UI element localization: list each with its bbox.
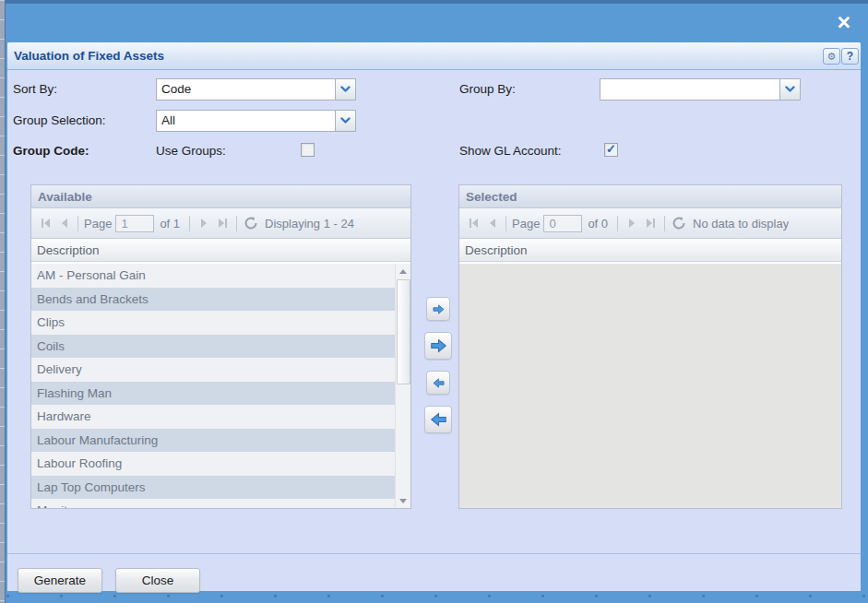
close-button[interactable]: Close	[115, 568, 200, 593]
use-groups-label: Use Groups:	[156, 144, 226, 158]
show-gl-account-checkbox[interactable]	[604, 143, 618, 157]
description-column-header[interactable]: Description	[459, 239, 841, 262]
window-frame-top	[6, 0, 868, 4]
show-gl-account-label: Show GL Account:	[459, 144, 562, 158]
available-grid-body: AM - Personal GainBends and BracketsClip…	[31, 264, 410, 508]
prev-page-icon[interactable]	[54, 213, 74, 233]
chevron-down-icon[interactable]	[335, 111, 355, 131]
arrow-left-icon	[432, 377, 446, 389]
next-page-icon[interactable]	[622, 213, 641, 233]
settings-gear-icon[interactable]: ⚙	[823, 48, 840, 65]
refresh-icon[interactable]	[669, 213, 688, 233]
scroll-up-icon[interactable]	[396, 264, 410, 278]
toolbar-separator	[236, 216, 237, 231]
group-by-label: Group By:	[459, 82, 516, 96]
selected-grid-body	[459, 264, 841, 508]
page-title: Valuation of Fixed Assets	[14, 42, 164, 69]
available-pager-toolbar: Page of 1 Displaying 1 - 24	[31, 208, 410, 239]
use-groups-checkbox[interactable]	[301, 143, 315, 157]
list-item[interactable]: Labour Manufacturing	[31, 429, 395, 453]
toolbar-separator	[189, 216, 190, 231]
arrow-right-icon	[429, 337, 448, 354]
available-panel-title: Available	[31, 185, 410, 208]
list-item[interactable]: Delivery	[31, 358, 395, 382]
help-icon[interactable]: ?	[841, 48, 859, 65]
selected-panel: Selected Page of 0	[458, 184, 842, 509]
page-label: Page	[512, 217, 540, 231]
refresh-icon[interactable]	[241, 213, 260, 233]
available-list: AM - Personal GainBends and BracketsClip…	[31, 264, 395, 508]
arrow-right-icon	[432, 303, 446, 315]
page-of-label: of 0	[588, 217, 608, 231]
selected-pager-toolbar: Page of 0 No data to display	[459, 208, 841, 239]
selected-panel-title: Selected	[459, 185, 841, 208]
selected-list	[459, 264, 841, 508]
scrollbar-thumb[interactable]	[397, 279, 410, 384]
group-selection-combo[interactable]: All	[156, 110, 356, 132]
group-code-label: Group Code:	[13, 144, 89, 158]
list-item[interactable]: Clips	[31, 311, 395, 335]
list-item[interactable]: Labour Roofing	[31, 452, 395, 476]
first-page-icon[interactable]	[463, 213, 482, 233]
sort-by-combo[interactable]: Code	[156, 78, 356, 100]
page-number-input[interactable]	[543, 215, 582, 232]
first-page-icon[interactable]	[35, 213, 54, 233]
display-status: No data to display	[693, 217, 789, 231]
chevron-down-icon[interactable]	[779, 79, 800, 100]
move-all-left-button[interactable]	[424, 406, 452, 433]
list-item[interactable]: Flashing Man	[31, 382, 395, 406]
background-page-sliver	[0, 0, 6, 603]
toolbar-separator	[664, 216, 665, 231]
next-page-icon[interactable]	[194, 213, 213, 233]
list-item[interactable]: Coils	[31, 335, 395, 359]
toolbar-separator	[617, 216, 618, 231]
scroll-down-icon[interactable]	[396, 493, 410, 508]
list-item[interactable]: Lap Top Computers	[31, 476, 395, 500]
group-selection-label: Group Selection:	[13, 113, 106, 127]
close-icon[interactable]: ×	[837, 11, 850, 34]
sort-by-label: Sort By:	[13, 82, 57, 96]
vertical-scrollbar[interactable]	[395, 264, 410, 508]
group-selection-value: All	[161, 111, 333, 131]
available-panel: Available Page of 1	[30, 184, 411, 509]
footer-divider	[7, 553, 861, 554]
move-left-button[interactable]	[426, 371, 450, 395]
list-item[interactable]: Monitor	[31, 499, 395, 508]
background-page-bottom	[6, 595, 868, 597]
last-page-icon[interactable]	[213, 213, 232, 233]
list-item[interactable]: AM - Personal Gain	[31, 264, 395, 288]
list-item[interactable]: Hardware	[31, 405, 395, 429]
page-label: Page	[84, 217, 112, 231]
valuation-dialog: Valuation of Fixed Assets ⚙ ? Sort By: C…	[7, 42, 861, 591]
dialog-header: Valuation of Fixed Assets ⚙ ?	[7, 42, 861, 70]
screen: × Valuation of Fixed Assets ⚙ ? Sort By:…	[0, 0, 868, 603]
description-column-header[interactable]: Description	[31, 239, 410, 262]
sort-by-value: Code	[161, 79, 333, 100]
page-of-label: of 1	[160, 217, 180, 231]
last-page-icon[interactable]	[641, 213, 660, 233]
move-all-right-button[interactable]	[424, 332, 452, 360]
toolbar-separator	[505, 216, 506, 231]
list-item[interactable]: Bends and Brackets	[31, 288, 395, 312]
move-right-button[interactable]	[426, 297, 450, 321]
toolbar-separator	[77, 216, 78, 231]
group-by-combo[interactable]	[600, 78, 801, 100]
display-status: Displaying 1 - 24	[265, 217, 354, 231]
arrow-left-icon	[429, 411, 448, 428]
page-number-input[interactable]	[115, 215, 154, 232]
chevron-down-icon[interactable]	[335, 79, 355, 100]
generate-button[interactable]: Generate	[18, 568, 102, 593]
prev-page-icon[interactable]	[482, 213, 502, 233]
